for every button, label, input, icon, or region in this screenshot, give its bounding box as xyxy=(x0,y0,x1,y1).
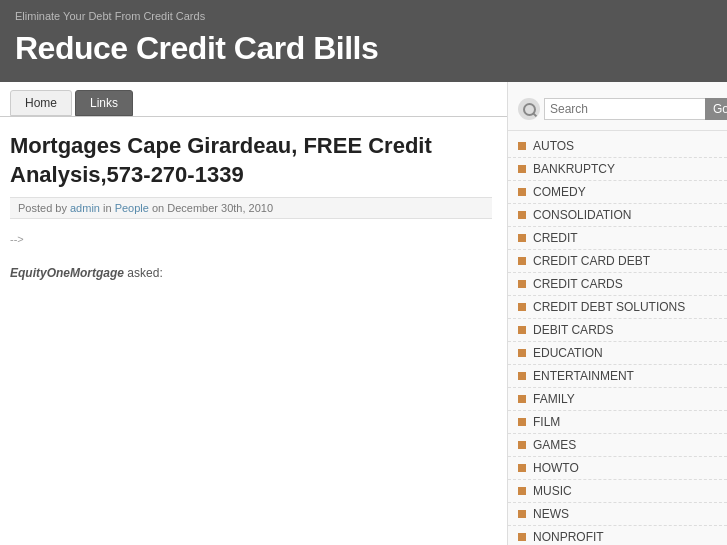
post-meta: Posted by admin in People on December 30… xyxy=(10,197,492,219)
post-arrow-comment: --> xyxy=(10,231,492,249)
category-label: MUSIC xyxy=(533,484,572,498)
category-bullet xyxy=(518,372,526,380)
category-label: HOWTO xyxy=(533,461,579,475)
category-item[interactable]: MUSIC xyxy=(508,480,727,503)
category-bullet xyxy=(518,395,526,403)
category-list: AUTOSBANKRUPTCYCOMEDYCONSOLIDATIONCREDIT… xyxy=(508,135,727,545)
search-icon xyxy=(518,98,540,120)
category-item[interactable]: HOWTO xyxy=(508,457,727,480)
search-box: Go xyxy=(508,92,727,131)
category-item[interactable]: FAMILY xyxy=(508,388,727,411)
category-item[interactable]: CREDIT CARDS xyxy=(508,273,727,296)
category-bullet xyxy=(518,234,526,242)
category-bullet xyxy=(518,257,526,265)
category-label: DEBIT CARDS xyxy=(533,323,613,337)
category-label: ENTERTAINMENT xyxy=(533,369,634,383)
category-bullet xyxy=(518,211,526,219)
category-item[interactable]: BANKRUPTCY xyxy=(508,158,727,181)
main-content: Home Links Mortgages Cape Girardeau, FRE… xyxy=(0,82,507,545)
category-bullet xyxy=(518,280,526,288)
category-item[interactable]: GAMES xyxy=(508,434,727,457)
post-area: Mortgages Cape Girardeau, FREE Credit An… xyxy=(0,117,507,361)
post-author-suffix: asked: xyxy=(127,266,162,280)
category-label: CREDIT xyxy=(533,231,578,245)
search-button[interactable]: Go xyxy=(705,98,727,120)
page-layout: Home Links Mortgages Cape Girardeau, FRE… xyxy=(0,82,727,545)
category-bullet xyxy=(518,188,526,196)
site-title: Reduce Credit Card Bills xyxy=(15,30,712,67)
category-label: AUTOS xyxy=(533,139,574,153)
category-label: EDUCATION xyxy=(533,346,603,360)
category-item[interactable]: COMEDY xyxy=(508,181,727,204)
post-category-link[interactable]: People xyxy=(115,202,149,214)
category-bullet xyxy=(518,464,526,472)
category-item[interactable]: CREDIT CARD DEBT xyxy=(508,250,727,273)
tab-links[interactable]: Links xyxy=(75,90,133,116)
site-header: Eliminate Your Debt From Credit Cards Re… xyxy=(0,0,727,82)
category-label: CREDIT CARD DEBT xyxy=(533,254,650,268)
category-label: GAMES xyxy=(533,438,576,452)
category-item[interactable]: FILM xyxy=(508,411,727,434)
tab-home[interactable]: Home xyxy=(10,90,72,116)
category-bullet xyxy=(518,165,526,173)
category-label: CREDIT DEBT SOLUTIONS xyxy=(533,300,685,314)
category-label: FAMILY xyxy=(533,392,575,406)
category-label: NEWS xyxy=(533,507,569,521)
category-bullet xyxy=(518,418,526,426)
category-label: COMEDY xyxy=(533,185,586,199)
post-author-name: EquityOneMortgage xyxy=(10,266,124,280)
search-input[interactable] xyxy=(544,98,705,120)
category-item[interactable]: NEWS xyxy=(508,503,727,526)
nav-tabs: Home Links xyxy=(0,82,507,117)
category-bullet xyxy=(518,326,526,334)
category-bullet xyxy=(518,487,526,495)
category-label: NONPROFIT xyxy=(533,530,604,544)
category-bullet xyxy=(518,510,526,518)
category-item[interactable]: EDUCATION xyxy=(508,342,727,365)
category-item[interactable]: AUTOS xyxy=(508,135,727,158)
category-label: CREDIT CARDS xyxy=(533,277,623,291)
category-item[interactable]: NONPROFIT xyxy=(508,526,727,545)
category-item[interactable]: DEBIT CARDS xyxy=(508,319,727,342)
category-bullet xyxy=(518,533,526,541)
category-bullet xyxy=(518,303,526,311)
site-tagline: Eliminate Your Debt From Credit Cards xyxy=(15,10,712,22)
category-item[interactable]: ENTERTAINMENT xyxy=(508,365,727,388)
post-author-line: EquityOneMortgage asked: xyxy=(10,264,492,283)
post-title: Mortgages Cape Girardeau, FREE Credit An… xyxy=(10,132,492,189)
category-bullet xyxy=(518,349,526,357)
category-item[interactable]: CONSOLIDATION xyxy=(508,204,727,227)
category-bullet xyxy=(518,441,526,449)
category-item[interactable]: CREDIT xyxy=(508,227,727,250)
category-label: CONSOLIDATION xyxy=(533,208,631,222)
post-author-link[interactable]: admin xyxy=(70,202,100,214)
category-label: FILM xyxy=(533,415,560,429)
category-bullet xyxy=(518,142,526,150)
post-body: --> EquityOneMortgage asked: xyxy=(10,231,492,351)
category-label: BANKRUPTCY xyxy=(533,162,615,176)
sidebar: Go AUTOSBANKRUPTCYCOMEDYCONSOLIDATIONCRE… xyxy=(507,82,727,545)
category-item[interactable]: CREDIT DEBT SOLUTIONS xyxy=(508,296,727,319)
